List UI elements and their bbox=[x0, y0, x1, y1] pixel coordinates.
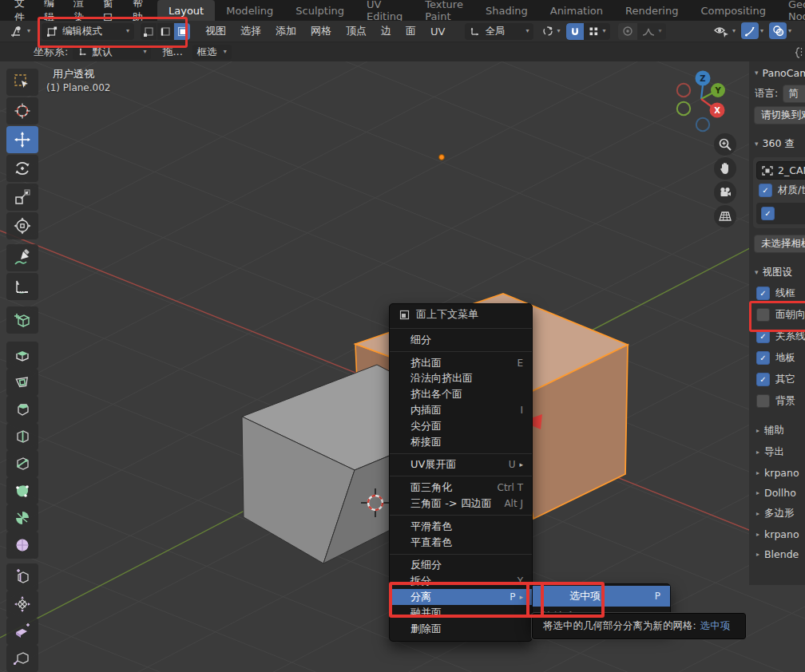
tab-geometry-nodes[interactable]: Geometry Nodes bbox=[777, 0, 805, 21]
tool-transform-button[interactable] bbox=[6, 212, 38, 239]
face-select-button[interactable] bbox=[174, 23, 190, 40]
tab-texture-paint[interactable]: Texture Paint bbox=[414, 0, 474, 21]
menu-item-subdivide[interactable]: 细分 bbox=[390, 332, 532, 348]
menu-item-triangulate[interactable]: 面三角化Ctrl T bbox=[390, 480, 532, 496]
tool-move-button[interactable] bbox=[6, 126, 38, 153]
tool-scale-button[interactable] bbox=[6, 184, 38, 211]
menu-select[interactable]: 选择 bbox=[233, 24, 268, 38]
tool-shrink-fatten-button[interactable] bbox=[6, 591, 38, 618]
panel-collapsed-blender[interactable]: ▸Blende bbox=[749, 544, 805, 564]
tool-measure-button[interactable] bbox=[6, 273, 38, 300]
tab-shading[interactable]: Shading bbox=[474, 0, 539, 21]
snap-target-selector[interactable]: ▾ bbox=[541, 25, 560, 38]
panel-header-view-settings[interactable]: ▾ 视图设 bbox=[749, 256, 805, 283]
clip-region-icon[interactable] bbox=[793, 46, 804, 59]
menu-item-extrude-along-normals[interactable]: 沿法向挤出面 bbox=[390, 371, 532, 387]
menu-item-poke-faces[interactable]: 尖分面 bbox=[390, 418, 532, 434]
menu-item-delete-faces[interactable]: 删除面 bbox=[390, 621, 532, 637]
menu-item-extrude-faces[interactable]: 挤出面E bbox=[390, 355, 532, 371]
panel-header-panocam[interactable]: ▾ PanoCama bbox=[749, 61, 805, 82]
panel-collapsed-krpano-2[interactable]: ▸krpano bbox=[749, 524, 805, 544]
checkbox-icon[interactable]: ✓ bbox=[761, 207, 775, 220]
drag-button[interactable]: 拖... bbox=[162, 45, 182, 59]
tab-animation[interactable]: Animation bbox=[539, 0, 614, 21]
snap-with-dropdown[interactable]: ▾ bbox=[584, 26, 610, 37]
tab-sculpting[interactable]: Sculpting bbox=[284, 0, 355, 21]
tab-rendering[interactable]: Rendering bbox=[614, 0, 689, 21]
tool-add-cube-button[interactable] bbox=[6, 306, 38, 334]
vertex-select-button[interactable] bbox=[141, 23, 157, 40]
tab-modeling[interactable]: Modeling bbox=[215, 0, 284, 21]
checkbox-others[interactable]: ✓其它 bbox=[749, 369, 805, 390]
tool-spin-button[interactable] bbox=[6, 504, 38, 532]
navigation-gizmo[interactable]: Z Y X bbox=[673, 68, 731, 133]
menu-item-split[interactable]: 拆分Y bbox=[390, 573, 532, 589]
tab-layout[interactable]: Layout bbox=[157, 0, 215, 21]
menu-item-bridge-faces[interactable]: 桥接面 bbox=[390, 434, 532, 450]
tab-compositing[interactable]: Compositing bbox=[689, 0, 777, 21]
menu-vertex[interactable]: 顶点 bbox=[339, 24, 374, 38]
checkbox-floor[interactable]: ✓地板 bbox=[749, 347, 805, 369]
menu-item-shade-flat[interactable]: 平直着色 bbox=[390, 535, 532, 551]
tool-rip-region-button[interactable] bbox=[6, 618, 38, 645]
transform-orientation-dropdown[interactable]: 全局 ▾ bbox=[465, 23, 533, 40]
menu-item-extrude-individual[interactable]: 挤出各个面 bbox=[390, 386, 532, 402]
menu-item-shade-smooth[interactable]: 平滑着色 bbox=[390, 519, 532, 535]
tool-inset-faces-button[interactable] bbox=[6, 369, 38, 396]
editor-type-selector[interactable]: ▾ bbox=[5, 23, 35, 40]
menu-add[interactable]: 添加 bbox=[268, 24, 303, 38]
checkbox-material-world[interactable]: ✓ 材质/世界 bbox=[756, 180, 805, 201]
checkbox-relationship-lines[interactable]: ✓关系线 bbox=[749, 326, 805, 347]
tool-extrude-region-button[interactable] bbox=[6, 342, 38, 369]
panel-header-360-view[interactable]: ▾ 360 查 bbox=[749, 128, 805, 154]
falloff-dropdown[interactable]: ▾ bbox=[637, 26, 666, 37]
tab-uv-editing[interactable]: UV Editing bbox=[355, 0, 414, 21]
tool-smooth-button[interactable] bbox=[6, 532, 38, 559]
menu-view[interactable]: 视图 bbox=[198, 24, 233, 38]
menu-item-separate[interactable]: 分离P▸ bbox=[390, 589, 532, 605]
panel-collapsed-auxiliary[interactable]: ▸辅助 bbox=[749, 420, 805, 441]
mode-selector-dropdown[interactable]: 编辑模式 ▾ bbox=[42, 23, 134, 40]
pan-view-button[interactable] bbox=[714, 157, 736, 180]
panel-collapsed-krpano-1[interactable]: ▸krpano bbox=[749, 463, 805, 483]
show-gizmo-eye-icon[interactable] bbox=[713, 24, 731, 38]
tool-annotate-button[interactable] bbox=[6, 244, 38, 271]
panel-collapsed-polygon[interactable]: ▸多边形 bbox=[749, 503, 805, 524]
tool-loop-cut-button[interactable] bbox=[6, 423, 38, 450]
tool-poly-build-button[interactable] bbox=[6, 477, 38, 504]
camera-view-button[interactable] bbox=[714, 181, 736, 204]
checkbox-face-orientation[interactable]: 面朝向 bbox=[749, 304, 805, 326]
menu-item-uv-unwrap[interactable]: UV展开面U▸ bbox=[390, 457, 532, 473]
tool-select-box-button[interactable] bbox=[6, 69, 38, 96]
no-camera-button[interactable]: 未选择相机 bbox=[754, 235, 805, 253]
menu-face[interactable]: 面 bbox=[399, 24, 423, 38]
snap-toggle-button[interactable] bbox=[566, 23, 584, 40]
tool-cursor-button[interactable] bbox=[6, 97, 38, 125]
overlays-toggle-button[interactable] bbox=[769, 22, 787, 39]
menu-item-tris-to-quads[interactable]: 三角面 -> 四边面Alt J bbox=[390, 496, 532, 512]
panel-collapsed-dollhouse[interactable]: ▸Dollho bbox=[749, 483, 805, 503]
checkbox-background[interactable]: 背景 bbox=[749, 390, 805, 412]
menu-item-unsubdivide[interactable]: 反细分 bbox=[390, 558, 532, 574]
proportional-edit-toggle[interactable] bbox=[618, 23, 637, 40]
language-dropdown[interactable]: 简 bbox=[783, 85, 805, 103]
menu-item-dissolve-faces[interactable]: 融并面 bbox=[390, 605, 532, 621]
zoom-view-button[interactable] bbox=[714, 133, 736, 156]
edge-select-button[interactable] bbox=[157, 23, 173, 40]
panel-collapsed-export[interactable]: ▸导出 bbox=[749, 441, 805, 463]
tool-rotate-button[interactable] bbox=[6, 155, 38, 182]
menu-mesh[interactable]: 网格 bbox=[303, 24, 339, 38]
select-tool-dropdown[interactable]: 框选 ▾ bbox=[192, 45, 232, 60]
checkbox-wireframe[interactable]: ✓线框 bbox=[749, 283, 805, 304]
gizmos-toggle-button[interactable] bbox=[741, 22, 759, 39]
ortho-grid-button[interactable] bbox=[714, 205, 736, 227]
menu-item-inset-faces[interactable]: 内插面I bbox=[390, 402, 532, 418]
coord-system-dropdown[interactable]: 默认 ▾ bbox=[73, 45, 151, 60]
menu-edge[interactable]: 边 bbox=[374, 24, 399, 38]
tool-rip-edge-button[interactable] bbox=[6, 645, 38, 672]
switch-notice-button[interactable]: 请切换到对 bbox=[754, 106, 805, 125]
tool-bevel-button[interactable] bbox=[6, 396, 38, 423]
tool-edge-slide-button[interactable] bbox=[6, 563, 38, 591]
submenu-item-selection[interactable]: 选中项 P bbox=[533, 586, 670, 607]
tool-knife-button[interactable] bbox=[6, 450, 38, 477]
